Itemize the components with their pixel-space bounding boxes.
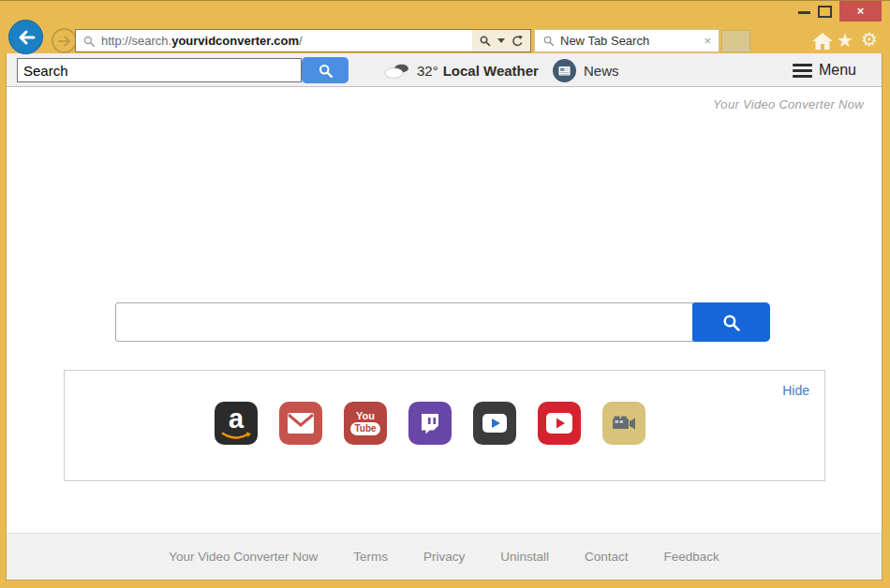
new-tab-button[interactable] xyxy=(721,30,750,52)
weather-label: 32°Local Weather xyxy=(417,63,539,79)
forward-button[interactable] xyxy=(52,28,77,53)
cloud-icon xyxy=(384,63,409,79)
tab-title: New Tab Search xyxy=(560,34,704,48)
footer-link-privacy[interactable]: Privacy xyxy=(423,550,465,564)
tab-close-icon[interactable]: × xyxy=(704,34,711,48)
search-icon xyxy=(318,63,334,79)
menu-button[interactable]: Menu xyxy=(793,59,856,81)
refresh-icon[interactable] xyxy=(511,35,524,48)
tab-new-tab-search[interactable]: New Tab Search × xyxy=(534,29,719,52)
local-weather-widget[interactable]: 32°Local Weather xyxy=(384,57,539,83)
address-bar[interactable]: http://search.yourvidconverter.com/ xyxy=(75,29,531,52)
browser-window: × http://search.yourvidconverter.com/ xyxy=(0,0,890,588)
twitch-shortcut-icon[interactable] xyxy=(408,402,452,445)
shortcuts-panel: Hide a You Tube xyxy=(64,370,825,481)
footer-link-feedback[interactable]: Feedback xyxy=(664,550,719,564)
newspaper-icon xyxy=(553,59,576,82)
minimize-button[interactable] xyxy=(798,11,810,14)
close-button[interactable]: × xyxy=(839,1,882,22)
favorites-star-icon[interactable]: ★ xyxy=(837,31,853,50)
back-button[interactable] xyxy=(8,20,43,54)
youtube-shortcut-icon[interactable]: You Tube xyxy=(344,402,387,445)
toolbar-search-input[interactable] xyxy=(17,58,302,82)
hide-link[interactable]: Hide xyxy=(782,383,809,398)
window-frame-edge xyxy=(882,53,883,580)
shortcut-icon-row: a You Tube xyxy=(215,402,645,445)
window-frame-edge xyxy=(6,580,883,581)
toolbar-search-button[interactable] xyxy=(302,57,349,83)
search-icon xyxy=(542,35,555,47)
main-search-button[interactable] xyxy=(692,302,770,342)
news-widget[interactable]: News xyxy=(553,57,619,83)
hamburger-icon xyxy=(793,64,812,78)
window-frame-edge xyxy=(6,53,7,580)
search-icon xyxy=(721,313,741,332)
youtube-play-shortcut-icon[interactable] xyxy=(538,402,581,445)
gmail-shortcut-icon[interactable] xyxy=(279,402,322,445)
maximize-button[interactable] xyxy=(818,6,832,18)
forward-arrow-icon xyxy=(58,36,71,47)
footer-link-uninstall[interactable]: Uninstall xyxy=(500,550,549,564)
footer-link-contact[interactable]: Contact xyxy=(585,550,629,564)
video-player-shortcut-icon[interactable] xyxy=(473,402,516,445)
main-search-input[interactable] xyxy=(115,302,693,342)
brand-watermark: Your Video Converter Now xyxy=(713,97,864,111)
video-camera-shortcut-icon[interactable] xyxy=(602,402,645,445)
amazon-shortcut-icon[interactable]: a xyxy=(215,402,258,445)
search-icon[interactable] xyxy=(479,35,491,47)
menu-label: Menu xyxy=(819,62,856,79)
footer-link-terms[interactable]: Terms xyxy=(353,550,388,564)
footer-link-brand[interactable]: Your Video Converter Now xyxy=(169,550,318,564)
search-icon xyxy=(82,35,96,48)
footer: Your Video Converter Now Terms Privacy U… xyxy=(7,533,882,580)
news-label: News xyxy=(584,63,619,79)
back-arrow-icon xyxy=(17,30,36,45)
chevron-down-icon[interactable] xyxy=(497,38,505,43)
settings-gear-icon[interactable]: ⚙ xyxy=(861,30,878,49)
url-text[interactable]: http://search.yourvidconverter.com/ xyxy=(101,34,303,48)
home-icon[interactable] xyxy=(811,32,834,54)
address-bar-controls xyxy=(472,30,530,51)
